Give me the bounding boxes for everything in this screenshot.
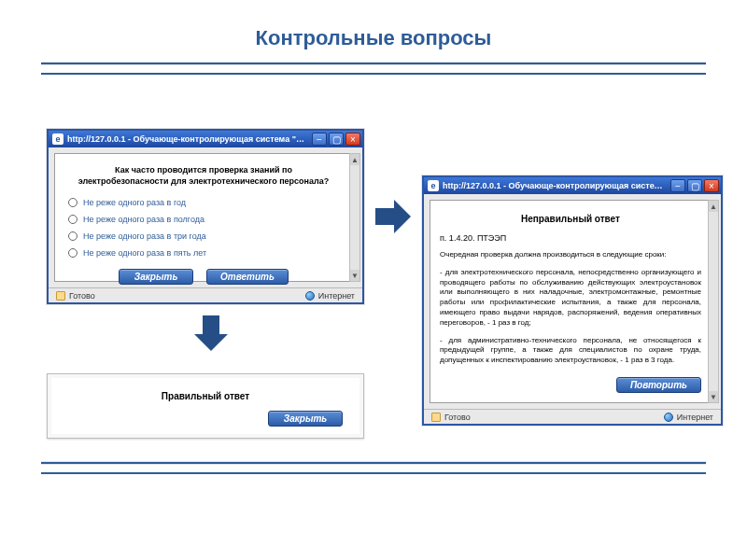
explanation-p1: - для электротехнического персонала, неп… [440,268,701,336]
option-label: Не реже одного раза в пять лет [83,248,206,258]
window-title-text: http://127.0.0.1 - Обучающе-контролирующ… [443,181,667,190]
globe-icon [305,291,315,301]
divider-bottom-thick [41,461,706,465]
radio-icon[interactable] [68,248,78,258]
window-wrong-answer: e http://127.0.0.1 - Обучающе-контролиру… [422,175,723,426]
scroll-down-icon[interactable]: ▼ [709,391,718,402]
option-label: Не реже одного раза в три года [83,231,206,241]
status-right-text: Интернет [677,413,713,422]
option-label: Не реже одного раза в полгода [83,215,204,224]
globe-icon [664,413,673,422]
divider-bottom-thin [41,472,706,474]
window-title-text: http://127.0.0.1 - Обучающе-контролирующ… [67,134,308,144]
status-left-text: Готово [444,413,471,422]
repeat-button[interactable]: Повторить [616,377,701,393]
option-label: Не реже одного раза в год [83,198,186,207]
status-bar: Готово Интернет [49,287,362,302]
page-icon [431,413,441,422]
option-row[interactable]: Не реже одного раза в три года [64,228,343,245]
status-right-text: Интернет [318,291,355,301]
close-dialog-button[interactable]: Закрыть [119,269,193,285]
radio-icon[interactable] [68,215,78,224]
window-question: e http://127.0.0.1 - Обучающе-контролиру… [47,129,364,304]
explanation-p2: - для административно-технического персо… [440,336,701,373]
titlebar[interactable]: e http://127.0.0.1 - Обучающе-контролиру… [49,131,362,147]
ie-icon: e [428,180,439,191]
close-button[interactable]: × [704,179,719,192]
titlebar[interactable]: e http://127.0.0.1 - Обучающе-контролиру… [424,177,721,194]
ie-icon: e [52,133,63,145]
status-bar: Готово Интернет [424,409,721,424]
status-left-text: Готово [69,291,95,301]
maximize-button[interactable]: ▢ [329,133,344,146]
scroll-up-icon[interactable]: ▲ [350,154,359,165]
scroll-down-icon[interactable]: ▼ [350,270,359,281]
arrow-down-icon [194,315,228,351]
question-text: Как часто проводится проверка знаний по … [64,161,343,194]
close-correct-button[interactable]: Закрыть [268,411,343,427]
radio-icon[interactable] [68,231,78,241]
correct-answer-title: Правильный ответ [68,391,343,401]
wrong-answer-title: Неправильный ответ [440,208,701,233]
divider-top-thin [41,73,706,75]
option-row[interactable]: Не реже одного раза в полгода [64,211,343,228]
source-reference: п. 1.4.20. ПТЭЭП [440,233,701,250]
option-row[interactable]: Не реже одного раза в год [64,194,343,211]
minimize-button[interactable]: − [312,133,327,146]
arrow-right-icon [375,200,411,233]
explanation-intro: Очередная проверка должна производиться … [440,250,701,268]
minimize-button[interactable]: − [670,179,685,192]
answer-button[interactable]: Ответить [206,269,289,285]
scrollbar[interactable]: ▲ ▼ [708,200,719,403]
close-button[interactable]: × [345,133,360,146]
radio-icon[interactable] [68,198,78,207]
option-row[interactable]: Не реже одного раза в пять лет [64,245,343,261]
scroll-up-icon[interactable]: ▲ [709,201,718,212]
page-icon [56,291,65,301]
divider-top-thick [41,62,706,65]
scrollbar[interactable]: ▲ ▼ [349,153,360,282]
maximize-button[interactable]: ▢ [687,179,702,192]
page-title: Контрольные вопросы [0,0,747,58]
correct-answer-box: Правильный ответ Закрыть [47,373,364,439]
